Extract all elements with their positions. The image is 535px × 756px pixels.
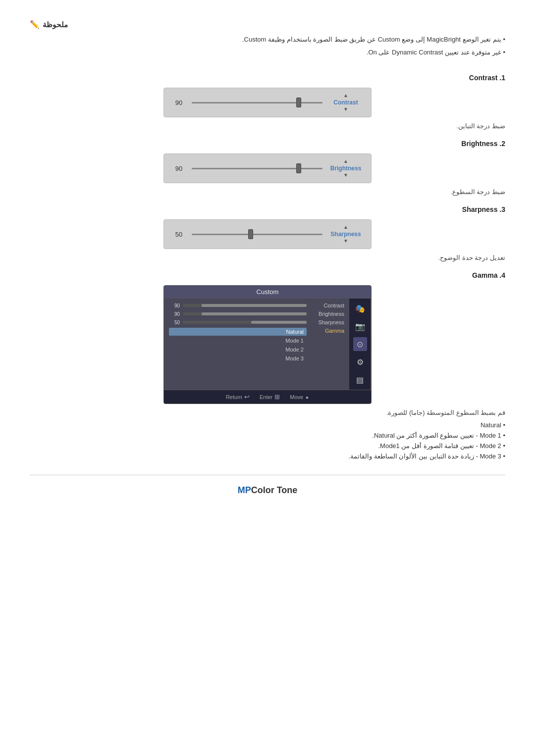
osd-footer: ⬥ Move ⊞ Enter ↩ Return	[164, 390, 371, 403]
osd-gamma-option-3[interactable]: Mode 3	[169, 354, 307, 362]
brightness-label: 2. Brightness	[30, 140, 505, 148]
sharpness-description: تعديل درجة حدة الوضوح.	[30, 254, 505, 261]
contrast-slider-label: Contrast	[333, 98, 358, 107]
bottom-divider	[30, 475, 505, 475]
gamma-label: 4. Gamma	[30, 271, 505, 279]
sharpness-arrow-up: ▲	[343, 225, 348, 230]
gamma-bullet-mode3: • Mode 3 - زيادة حدة التباين بين الألوان…	[30, 453, 505, 460]
sharpness-thumb[interactable]	[248, 229, 253, 239]
contrast-section: 1. Contrast ▲ Contrast ▼ 90 ضبط درجة الت…	[30, 74, 505, 130]
osd-footer-return-label: Return	[226, 394, 242, 400]
bottom-brand: MPColor Tone	[30, 485, 505, 496]
osd-gamma-label: Gamma	[310, 328, 344, 334]
brightness-thumb[interactable]	[296, 163, 301, 173]
osd-sidebar-icon-1: 📷	[353, 319, 367, 333]
gamma-bullet-natural: • Natural	[30, 421, 505, 429]
osd-sharpness-fill	[251, 321, 307, 324]
brightness-slider-widget[interactable]: ▲ Brightness ▼ 90	[163, 153, 372, 183]
osd-sidebar-icon-4: ▤	[353, 373, 367, 387]
osd-row-brightness: Brightness 90	[169, 311, 344, 317]
sharpness-label: 3. Sharpness	[30, 205, 505, 213]
brand-color-tone: Color Tone	[251, 485, 298, 495]
note-icon: ✏️	[30, 20, 40, 29]
brightness-slider-label: Brightness	[330, 164, 362, 173]
contrast-slider-widget[interactable]: ▲ Contrast ▼ 90	[163, 88, 372, 117]
sharpness-track-container[interactable]	[192, 231, 322, 238]
gamma-desc-section: قم بضبط السطوع المتوسطة (جاما) للصورة. •…	[30, 409, 505, 460]
osd-sidebar: 🎭 📷 ⊙ ⚙ ▤	[349, 299, 371, 390]
contrast-label-block: ▲ Contrast ▼	[328, 93, 363, 112]
osd-body: 🎭 📷 ⊙ ⚙ ▤ Contrast	[164, 299, 371, 390]
brightness-label-block: ▲ Brightness ▼	[328, 159, 363, 178]
gamma-osd-wrapper: Custom 🎭 📷 ⊙ ⚙ ▤ Contrast	[163, 285, 372, 404]
osd-sidebar-icon-2: ⊙	[353, 337, 367, 351]
contrast-arrow-down: ▼	[343, 107, 348, 112]
brightness-track	[192, 168, 322, 169]
osd-footer-enter-label: Enter	[260, 394, 272, 400]
osd-sharpness-value: 50	[169, 320, 180, 325]
osd-gamma-dropdown-area: Gamma Natural Mode 1 Mode 2 Mode 3	[169, 328, 344, 363]
brightness-arrow-down: ▼	[343, 173, 348, 178]
contrast-thumb[interactable]	[296, 98, 301, 107]
gamma-desc-main: قم بضبط السطوع المتوسطة (جاما) للصورة.	[30, 409, 505, 416]
osd-sidebar-icon-3: ⚙	[353, 355, 367, 369]
brightness-track-container[interactable]	[192, 165, 322, 172]
osd-brightness-track	[183, 312, 307, 315]
sharpness-slider-widget[interactable]: ▲ Sharpness ▼ 50	[163, 219, 372, 249]
note-title-text: ملحوظة	[43, 20, 68, 29]
osd-brightness-fill	[202, 312, 307, 315]
brightness-description: ضبط درجة السطوع.	[30, 188, 505, 196]
osd-footer-move-label: Move	[290, 394, 303, 400]
brightness-section: 2. Brightness ▲ Brightness ▼ 90 ضبط درجة…	[30, 140, 505, 196]
osd-row-contrast: Contrast 90	[169, 302, 344, 308]
note-bullet-2: غير متوفرة عند تعيين Dynamic Contrast عل…	[30, 46, 505, 59]
osd-footer-move: ⬥ Move	[290, 393, 309, 401]
osd-contrast-fill	[202, 304, 307, 307]
contrast-description: ضبط درجة التباين.	[30, 122, 505, 130]
gamma-bullet-mode1: • Mode 1 - تعيين سطوع الصورة أكثر من Nat…	[30, 432, 505, 439]
gamma-section: 4. Gamma Custom 🎭 📷 ⊙ ⚙ ▤	[30, 271, 505, 460]
osd-container: Custom 🎭 📷 ⊙ ⚙ ▤ Contrast	[163, 285, 372, 404]
osd-sidebar-icon-0: 🎭	[353, 302, 367, 315]
osd-title-bar: Custom	[164, 286, 371, 299]
osd-brightness-label: Brightness	[310, 311, 344, 317]
brand-mp: MP	[238, 485, 251, 495]
osd-gamma-option-2[interactable]: Mode 2	[169, 346, 307, 353]
osd-gamma-row: Gamma Natural Mode 1 Mode 2 Mode 3	[169, 328, 344, 363]
contrast-track-container[interactable]	[192, 99, 322, 106]
sharpness-value: 50	[172, 231, 186, 238]
osd-contrast-value: 90	[169, 303, 180, 308]
osd-sharpness-label: Sharpness	[310, 319, 344, 325]
osd-footer-return: ↩ Return	[226, 393, 250, 401]
brightness-value: 90	[172, 165, 186, 172]
sharpness-arrow-down: ▼	[343, 239, 348, 244]
sharpness-label-block: ▲ Sharpness ▼	[328, 225, 363, 244]
sharpness-slider-label: Sharpness	[330, 230, 361, 239]
osd-footer-enter: ⊞ Enter	[260, 393, 280, 401]
osd-gamma-option-1[interactable]: Mode 1	[169, 337, 307, 345]
osd-sharpness-track	[183, 321, 307, 324]
note-section: ملحوظة ✏️ يتم تغير الوضع MagicBright إلى…	[30, 20, 505, 59]
contrast-label: 1. Contrast	[30, 74, 505, 82]
note-bullet-1: يتم تغير الوضع MagicBright إلى وضع Custo…	[30, 33, 505, 46]
contrast-arrow-up: ▲	[343, 93, 348, 98]
osd-row-sharpness: Sharpness 50	[169, 319, 344, 325]
osd-contrast-track	[183, 304, 307, 307]
osd-gamma-dropdown-list: Natural Mode 1 Mode 2 Mode 3	[169, 328, 307, 363]
enter-icon: ⊞	[274, 393, 280, 401]
contrast-track	[192, 102, 322, 103]
osd-brightness-value: 90	[169, 311, 180, 317]
sharpness-section: 3. Sharpness ▲ Sharpness ▼ 50 تعديل درجة…	[30, 205, 505, 261]
return-icon: ↩	[244, 393, 250, 401]
note-title: ملحوظة ✏️	[30, 20, 505, 29]
sharpness-track	[192, 234, 322, 235]
brightness-arrow-up: ▲	[343, 159, 348, 164]
osd-contrast-label: Contrast	[310, 302, 344, 308]
osd-gamma-option-0[interactable]: Natural	[169, 328, 307, 336]
contrast-value: 90	[172, 99, 186, 106]
gamma-bullet-mode2: • Mode 2 - تعيين قتامة الصورة أقل من Mod…	[30, 442, 505, 450]
note-list: يتم تغير الوضع MagicBright إلى وضع Custo…	[30, 33, 505, 59]
osd-content-area: Contrast 90 Brightness 90	[164, 299, 349, 390]
move-icon: ⬥	[305, 393, 309, 401]
